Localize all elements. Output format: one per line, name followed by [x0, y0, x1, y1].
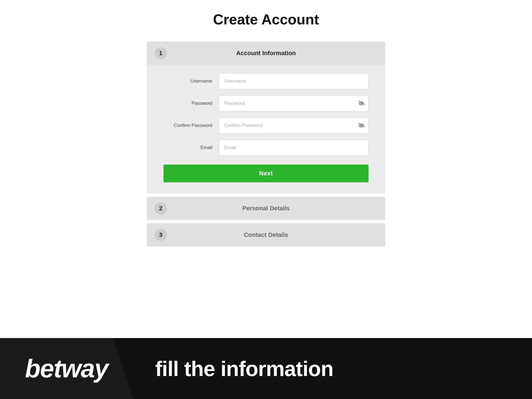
next-button[interactable]: Next: [163, 165, 369, 182]
section-1-header: 1 Account Information: [147, 42, 385, 65]
username-label: Username: [163, 78, 219, 84]
section-3-title: Contact Details: [172, 231, 360, 239]
password-input-wrapper: [219, 95, 369, 111]
footer: betway fill the information: [0, 338, 532, 399]
confirm-password-input-wrapper: [219, 117, 369, 134]
footer-logo-section: betway: [0, 338, 133, 399]
email-input[interactable]: [219, 140, 369, 156]
username-row: Username: [163, 73, 369, 89]
confirm-password-toggle-icon[interactable]: [359, 122, 365, 129]
section-1-body: Username Password: [147, 65, 385, 193]
section-personal-details: 2 Personal Details: [147, 197, 385, 220]
section-1-number: 1: [155, 47, 167, 59]
section-3-number: 3: [155, 229, 167, 241]
username-input[interactable]: [219, 73, 369, 89]
section-2-number: 2: [155, 202, 167, 214]
email-row: Email: [163, 140, 369, 156]
section-3-header[interactable]: 3 Contact Details: [147, 223, 385, 247]
password-label: Password: [163, 101, 219, 106]
confirm-password-input[interactable]: [219, 117, 369, 134]
section-account-information: 1 Account Information Username Password: [147, 42, 385, 193]
email-label: Email: [163, 145, 219, 150]
password-row: Password: [163, 95, 369, 111]
confirm-password-row: Confirm Password: [163, 117, 369, 134]
svg-point-0: [361, 103, 362, 104]
page-title: Create Account: [213, 11, 319, 28]
footer-tagline: fill the information: [155, 357, 333, 381]
username-input-wrapper: [219, 73, 369, 89]
email-input-wrapper: [219, 140, 369, 156]
section-contact-details: 3 Contact Details: [147, 223, 385, 247]
svg-point-1: [361, 125, 362, 126]
section-1-title: Account Information: [172, 50, 360, 57]
password-input[interactable]: [219, 95, 369, 111]
confirm-password-label: Confirm Password: [163, 123, 219, 128]
footer-logo: betway: [25, 354, 108, 383]
section-2-title: Personal Details: [172, 205, 360, 212]
footer-tagline-section: fill the information: [133, 338, 532, 399]
form-container: 1 Account Information Username Password: [147, 42, 385, 247]
password-toggle-icon[interactable]: [359, 100, 365, 107]
section-2-header[interactable]: 2 Personal Details: [147, 197, 385, 220]
